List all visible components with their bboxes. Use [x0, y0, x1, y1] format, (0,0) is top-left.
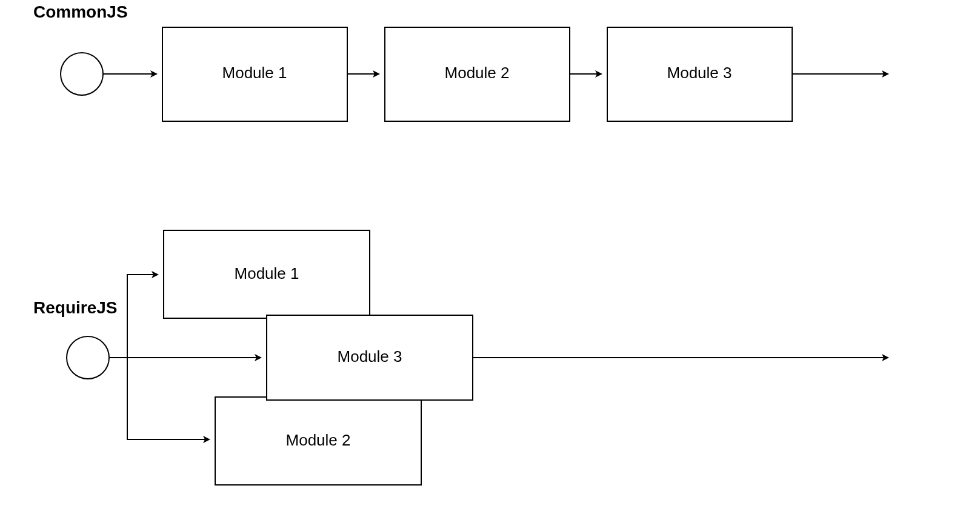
commonjs-start-node [61, 53, 103, 95]
requirejs-module-1-label: Module 1 [235, 264, 299, 282]
commonjs-module-3-label: Module 3 [667, 64, 732, 82]
commonjs-title: CommonJS [33, 2, 128, 21]
requirejs-module-3-label: Module 3 [338, 347, 402, 365]
commonjs-module-2-label: Module 2 [445, 64, 510, 82]
requirejs-module-2-label: Module 2 [286, 431, 351, 449]
requirejs-start-node [67, 336, 109, 379]
commonjs-module-1-label: Module 1 [222, 64, 287, 82]
requirejs-title: RequireJS [33, 298, 118, 317]
diagram-canvas: CommonJS Module 1 Module 2 Module 3 Requ… [0, 0, 980, 514]
requirejs-arrow-start-to-1 [127, 275, 158, 358]
requirejs-arrow-start-to-2 [127, 358, 209, 439]
